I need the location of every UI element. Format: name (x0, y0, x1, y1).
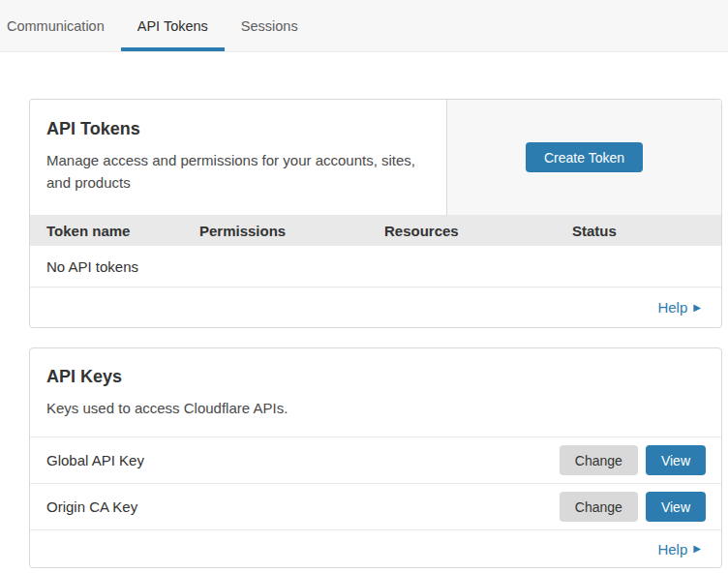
create-token-button[interactable]: Create Token (526, 142, 643, 172)
key-row-origin-ca-key: Origin CA Key Change View (30, 484, 721, 530)
api-tokens-title: API Tokens (46, 119, 430, 139)
key-row-global-api-key: Global API Key Change View (30, 437, 721, 484)
tab-communication[interactable]: Communication (7, 0, 121, 51)
tokens-col-resources: Resources (384, 223, 572, 239)
api-tokens-card-header-text: API Tokens Manage access and permissions… (30, 100, 446, 215)
view-origin-ca-key-button[interactable]: View (646, 492, 706, 522)
change-global-api-key-button[interactable]: Change (560, 445, 638, 475)
page-content: API Tokens Manage access and permissions… (0, 52, 728, 568)
api-tokens-description: Manage access and permissions for your a… (46, 149, 430, 194)
tokens-col-token-name: Token name (46, 223, 199, 239)
api-tokens-card-footer: Help ▶ (30, 287, 721, 327)
tokens-col-status: Status (572, 223, 721, 239)
tokens-col-permissions: Permissions (199, 223, 384, 239)
key-name: Origin CA Key (46, 498, 560, 515)
api-tokens-help-link[interactable]: Help ▶ (657, 299, 701, 316)
tokens-table-header: Token name Permissions Resources Status (30, 215, 721, 246)
api-keys-card-header: API Keys Keys used to access Cloudflare … (30, 348, 721, 437)
api-keys-description: Keys used to access Cloudflare APIs. (46, 397, 705, 419)
change-origin-ca-key-button[interactable]: Change (560, 492, 638, 522)
tokens-empty-row: No API tokens (30, 246, 721, 287)
arrow-right-icon: ▶ (693, 544, 701, 554)
api-keys-card: API Keys Keys used to access Cloudflare … (29, 347, 722, 568)
tab-bar: Communication API Tokens Sessions (0, 0, 728, 52)
view-global-api-key-button[interactable]: View (646, 445, 706, 475)
api-keys-title: API Keys (46, 367, 705, 387)
arrow-right-icon: ▶ (693, 303, 701, 313)
help-link-label: Help (657, 541, 687, 558)
key-name: Global API Key (46, 452, 560, 468)
api-tokens-card-header-actions: Create Token (446, 100, 721, 215)
api-tokens-card-header: API Tokens Manage access and permissions… (30, 100, 721, 215)
api-keys-help-link[interactable]: Help ▶ (657, 541, 701, 558)
tab-api-tokens[interactable]: API Tokens (121, 0, 225, 51)
api-tokens-card: API Tokens Manage access and permissions… (29, 99, 722, 328)
api-keys-card-footer: Help ▶ (30, 530, 721, 567)
tab-sessions[interactable]: Sessions (225, 0, 315, 51)
help-link-label: Help (657, 299, 687, 316)
